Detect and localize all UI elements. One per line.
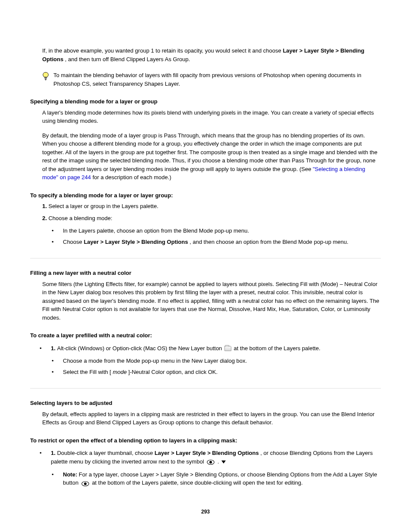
step-text: Alt-click (Windows) or Option-click (Mac…: [57, 345, 224, 352]
list-item: In the Layers palette, choose an option …: [52, 227, 381, 235]
dropdown-arrow-icon: [221, 460, 226, 464]
list-text: Choose a mode from the Mode pop-up menu …: [63, 358, 247, 364]
step-text: Select a layer or group in the Layers pa…: [48, 203, 158, 209]
section-heading-neutral-fill: Filling a new layer with a neutral color: [30, 269, 381, 277]
intro-paragraph: If, in the above example, you wanted gro…: [42, 47, 381, 63]
paragraph-text: for a description of each mode.): [93, 174, 171, 180]
procedure-heading: To create a layer prefilled with a neutr…: [30, 331, 381, 340]
note-list: Note: For a type layer, choose Layer > L…: [52, 470, 381, 488]
step-number: 1.: [51, 450, 57, 456]
step-text: .: [218, 458, 219, 465]
options-list: Choose a mode from the Mode pop-up menu …: [52, 357, 381, 376]
section-paragraph: By default, the blending mode of a layer…: [42, 131, 381, 182]
menu-path-text: Layer > Layer Style > Blending Options: [84, 239, 188, 245]
section-divider: [30, 258, 381, 258]
note-text: at the bottom of the Layers palette, sin…: [92, 479, 302, 486]
section-paragraph: Some filters (the Lighting Effects filte…: [42, 280, 381, 322]
section-divider: [30, 388, 381, 389]
step-number: 1.: [51, 345, 57, 352]
section-heading-selecting-layers: Selecting layers to be adjusted: [30, 399, 381, 408]
procedure-step: 1. Alt-click (Windows) or Option-click (…: [40, 344, 381, 353]
tip-text: To maintain the blending behavior of lay…: [53, 71, 381, 88]
step-text: Choose a blending mode:: [48, 215, 112, 221]
note-label: Note:: [63, 471, 79, 478]
intro-text-suffix: , and then turn off Blend Clipped Layers…: [65, 56, 190, 62]
tip-block: To maintain the blending behavior of lay…: [42, 71, 381, 88]
list-text: In the Layers palette, choose an option …: [63, 227, 249, 234]
list-item: Note: For a type layer, choose Layer > L…: [52, 470, 381, 488]
procedure-step: 1. Double-click a layer thumbnail, choos…: [40, 449, 381, 466]
procedure-heading: To restrict or open the effect of a blen…: [30, 436, 381, 445]
procedure-heading: To specify a blending mode for a layer o…: [30, 191, 381, 200]
list-item: Choose a mode from the Mode pop-up menu …: [52, 357, 381, 365]
list-item: Choose Layer > Layer Style > Blending Op…: [52, 238, 381, 246]
intro-text: If, in the above example, you wanted gro…: [42, 47, 283, 54]
svg-point-3: [84, 482, 87, 485]
page-number: 293: [0, 508, 411, 516]
step-text: at the bottom of the Layers palette.: [234, 345, 321, 352]
visibility-eye-icon: [81, 479, 89, 488]
list-text: Choose: [63, 239, 84, 245]
section-paragraph: By default, effects applied to layers in…: [42, 410, 381, 427]
step-number: 1.: [42, 203, 48, 209]
procedure-step: 2. Choose a blending mode:: [42, 214, 381, 223]
list-text: ]-Neutral Color option, and click OK.: [128, 369, 218, 375]
lightbulb-icon: [42, 72, 49, 81]
visibility-eye-icon: [207, 457, 215, 466]
section-heading-blending-mode: Specifying a blending mode for a layer o…: [30, 97, 381, 106]
section-paragraph: A layer's blending mode determines how i…: [42, 109, 381, 125]
menu-path-text: Layer > Layer Style > Blending Options: [155, 450, 259, 456]
list-text: , and then choose an option from the Ble…: [190, 239, 349, 245]
step-text: Double-click a layer thumbnail, choose: [57, 450, 154, 456]
svg-point-1: [209, 461, 212, 464]
list-text-italic: mode: [113, 369, 127, 375]
new-layer-button-icon: [224, 346, 231, 351]
list-text: Select the Fill with [: [63, 369, 111, 375]
options-list: In the Layers palette, choose an option …: [52, 227, 381, 246]
procedure-step: 1. Select a layer or group in the Layers…: [42, 202, 381, 211]
step-number: 2.: [42, 215, 48, 221]
list-item: Select the Fill with [ mode ]-Neutral Co…: [52, 368, 381, 376]
